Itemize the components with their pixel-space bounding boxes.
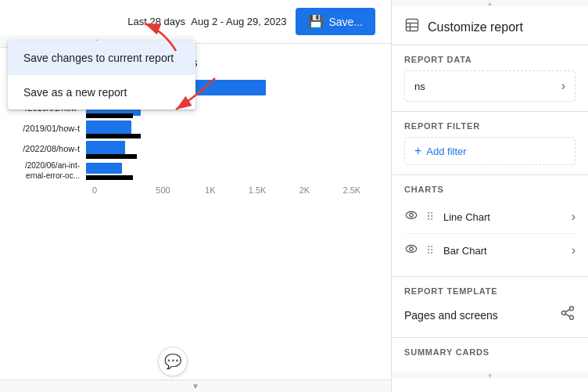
report-template-label: REPORT TEMPLATE xyxy=(404,286,575,296)
charts-label: CHARTS xyxy=(404,185,575,194)
add-filter-button[interactable]: + Add filter xyxy=(404,137,575,165)
bar-label: /2019/01/how-t xyxy=(16,123,86,134)
x-tick: 500 xyxy=(139,185,186,195)
down-arrow-icon: ▼ xyxy=(192,382,199,390)
add-filter-label: Add filter xyxy=(426,146,466,157)
dropdown-menu: Save changes to current report Save as a… xyxy=(8,41,195,110)
bar-label-multi: /2020/06/an-int-ernal-error-oc... xyxy=(16,161,86,181)
charts-section: CHARTS ⠿ Line Chart › xyxy=(392,175,588,277)
customize-icon xyxy=(404,17,420,37)
date-range: Last 28 days Aug 2 - Aug 29, 2023 xyxy=(127,16,286,27)
bar-redact xyxy=(86,113,133,118)
main-content: Last 28 days Aug 2 - Aug 29, 2023 💾 Save… xyxy=(0,0,391,392)
x-tick: 1.5K xyxy=(234,185,281,195)
bar-chart-item[interactable]: ⠿ Bar Chart › xyxy=(404,234,575,267)
save-new-item[interactable]: Save as a new report xyxy=(8,75,195,110)
line-chart-item[interactable]: ⠿ Line Chart › xyxy=(404,200,575,234)
panel-scroll-up[interactable] xyxy=(392,0,588,6)
date-label: Last 28 days xyxy=(127,16,185,27)
save-button[interactable]: 💾 Save... xyxy=(296,8,375,35)
report-data-row[interactable]: ns › xyxy=(404,70,575,102)
svg-point-8 xyxy=(406,246,417,253)
chart-item-left: ⠿ Line Chart xyxy=(404,208,490,225)
eye-icon xyxy=(404,208,418,225)
line-chart-arrow: › xyxy=(572,210,575,224)
save-button-label: Save... xyxy=(328,16,363,28)
dropdown-overlay: Save changes to current report Save as a… xyxy=(8,41,195,110)
x-tick: 1K xyxy=(187,185,234,195)
bar xyxy=(86,163,122,174)
drag-icon: ⠿ xyxy=(426,244,434,257)
bar-redact xyxy=(86,154,137,159)
report-data-section: REPORT DATA ns › xyxy=(392,45,588,112)
eye-icon xyxy=(404,242,418,259)
report-data-arrow: › xyxy=(561,79,565,93)
svg-point-11 xyxy=(562,311,566,315)
svg-line-14 xyxy=(565,309,570,311)
panel-scroll-down[interactable] xyxy=(392,372,588,379)
drag-icon: ⠿ xyxy=(426,210,434,223)
report-template-section: REPORT TEMPLATE Pages and screens xyxy=(392,277,588,338)
bar-label: /2022/08/how-t xyxy=(16,143,86,154)
svg-line-13 xyxy=(565,314,570,316)
bar-chart-arrow: › xyxy=(572,243,575,257)
bar-redact xyxy=(86,134,141,138)
summary-cards-section: SUMMARY CARDS xyxy=(392,338,588,372)
x-tick: 2.5K xyxy=(328,185,375,195)
bar-container xyxy=(86,163,375,178)
template-row: Pages and screens xyxy=(404,302,575,328)
svg-point-12 xyxy=(570,315,574,319)
feedback-icon: 💬 xyxy=(164,353,181,370)
feedback-button[interactable]: 💬 xyxy=(158,347,188,376)
x-tick: 0 xyxy=(92,185,139,195)
table-row: /2020/06/an-int-ernal-error-oc... xyxy=(16,161,375,181)
right-panel: Customize report REPORT DATA ns › REPORT… xyxy=(391,0,588,392)
line-chart-label: Line Chart xyxy=(443,211,490,223)
svg-point-9 xyxy=(410,247,414,251)
chart-item-left: ⠿ Bar Chart xyxy=(404,242,487,259)
table-row: /2022/08/how-t xyxy=(16,141,375,156)
template-share-icon[interactable] xyxy=(560,305,575,325)
bar-container xyxy=(86,120,375,136)
panel-title: Customize report xyxy=(428,20,523,34)
save-current-item[interactable]: Save changes to current report xyxy=(8,41,195,75)
report-filter-section: REPORT FILTER + Add filter xyxy=(392,112,588,175)
report-data-label: REPORT DATA xyxy=(404,55,575,64)
summary-cards-label: SUMMARY CARDS xyxy=(404,347,575,357)
bar-redact xyxy=(86,175,133,180)
save-icon: 💾 xyxy=(308,14,324,29)
x-axis: 0 500 1K 1.5K 2K 2.5K xyxy=(16,185,375,195)
scroll-down-indicator[interactable]: ▼ xyxy=(0,379,391,392)
svg-rect-2 xyxy=(407,20,418,31)
bar-container xyxy=(86,141,375,156)
svg-point-7 xyxy=(410,214,414,218)
report-data-text: ns xyxy=(414,81,425,92)
bar-chart-label: Bar Chart xyxy=(443,245,487,257)
plus-icon: + xyxy=(414,144,421,158)
template-name: Pages and screens xyxy=(404,309,498,322)
report-filter-label: REPORT FILTER xyxy=(404,121,575,131)
svg-point-10 xyxy=(570,307,574,311)
x-tick: 2K xyxy=(281,185,328,195)
panel-header: Customize report xyxy=(392,6,588,45)
table-row: /2019/01/how-t xyxy=(16,120,375,136)
svg-point-6 xyxy=(406,212,417,219)
date-range-value: Aug 2 - Aug 29, 2023 xyxy=(191,16,286,27)
